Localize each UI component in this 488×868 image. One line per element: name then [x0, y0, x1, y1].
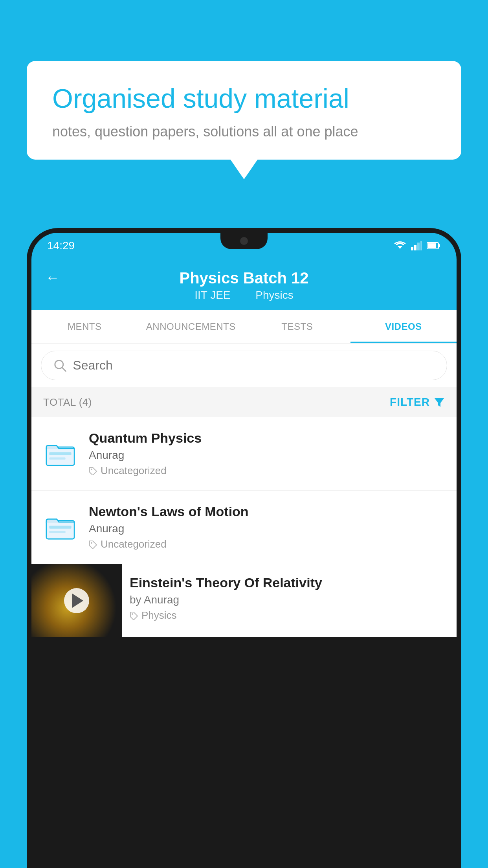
svg-marker-0	[398, 246, 402, 249]
video-tag: Uncategorized	[89, 465, 446, 477]
video-title: Newton's Laws of Motion	[89, 504, 446, 519]
svg-rect-2	[414, 245, 416, 250]
signal-icon	[411, 241, 422, 250]
video-item-quantum[interactable]: Quantum Physics Anurag Uncategorized	[31, 417, 457, 491]
phone-frame: 14:29	[27, 228, 461, 868]
tab-announcements[interactable]: ANNOUNCEMENTS	[138, 310, 244, 343]
phone-screen: 14:29	[31, 233, 457, 868]
screen-content: TOTAL (4) FILTER	[31, 344, 457, 637]
thumb-background	[31, 564, 122, 637]
video-info-newton: Newton's Laws of Motion Anurag Uncategor…	[89, 504, 446, 550]
wifi-icon	[394, 241, 406, 250]
folder-svg	[46, 440, 75, 467]
tab-tests[interactable]: TESTS	[244, 310, 350, 343]
video-thumbnail-einstein	[31, 564, 122, 637]
play-triangle-icon	[72, 594, 83, 608]
video-tag: Uncategorized	[89, 538, 446, 550]
video-title: Quantum Physics	[89, 430, 446, 446]
status-bar: 14:29	[31, 233, 457, 258]
camera	[240, 237, 248, 245]
search-icon	[54, 359, 66, 372]
svg-line-9	[62, 368, 66, 371]
filter-button[interactable]: FILTER	[390, 396, 445, 408]
subtitle-physics: Physics	[255, 289, 293, 301]
video-tag: Physics	[130, 609, 449, 622]
video-item-newton[interactable]: Newton's Laws of Motion Anurag Uncategor…	[31, 491, 457, 564]
tab-ments[interactable]: MENTS	[31, 310, 138, 343]
back-button[interactable]: ←	[46, 269, 60, 286]
svg-rect-13	[49, 457, 65, 460]
tag-icon	[130, 611, 138, 620]
svg-rect-12	[49, 452, 71, 455]
notch	[220, 233, 268, 249]
svg-point-8	[55, 360, 63, 368]
video-list: Quantum Physics Anurag Uncategorized	[31, 417, 457, 637]
svg-rect-4	[420, 241, 422, 250]
video-title: Einstein's Theory Of Relativity	[130, 575, 449, 590]
speech-bubble-card: Organised study material notes, question…	[27, 61, 461, 160]
video-author: Anurag	[89, 449, 446, 462]
svg-point-19	[132, 613, 133, 615]
video-item-einstein[interactable]: Einstein's Theory Of Relativity by Anura…	[31, 564, 457, 637]
filter-icon	[434, 397, 445, 408]
status-icons	[394, 241, 441, 250]
search-bar[interactable]	[41, 351, 447, 380]
svg-rect-6	[427, 243, 436, 248]
status-time: 14:29	[47, 239, 75, 252]
folder-svg-newton	[46, 514, 75, 541]
speech-bubble-subtitle: notes, question papers, solutions all at…	[52, 123, 436, 140]
tag-icon	[89, 540, 97, 549]
folder-icon-newton	[42, 509, 78, 545]
filter-row: TOTAL (4) FILTER	[31, 387, 457, 417]
svg-rect-3	[417, 243, 420, 250]
search-bar-container	[31, 344, 457, 387]
play-button[interactable]	[64, 588, 89, 613]
svg-rect-1	[411, 247, 413, 250]
svg-rect-16	[49, 526, 71, 529]
video-author: by Anurag	[130, 594, 449, 606]
svg-point-18	[91, 542, 92, 544]
video-info-quantum: Quantum Physics Anurag Uncategorized	[89, 430, 446, 477]
svg-rect-7	[438, 244, 440, 247]
tab-videos[interactable]: VIDEOS	[350, 310, 457, 343]
svg-rect-15	[46, 520, 74, 539]
search-input[interactable]	[73, 358, 434, 373]
page-title: Physics Batch 12	[179, 269, 308, 287]
total-count: TOTAL (4)	[43, 396, 92, 408]
subtitle-iit: IIT JEE	[194, 289, 230, 301]
tabs-bar: MENTS ANNOUNCEMENTS TESTS VIDEOS	[31, 310, 457, 344]
video-info-einstein: Einstein's Theory Of Relativity by Anura…	[122, 564, 457, 629]
speech-bubble-title: Organised study material	[52, 83, 436, 115]
svg-rect-17	[49, 531, 65, 533]
svg-rect-11	[46, 447, 74, 465]
video-author: Anurag	[89, 522, 446, 535]
app-header: ← Physics Batch 12 IIT JEE Physics	[31, 258, 457, 310]
page-subtitle: IIT JEE Physics	[189, 289, 299, 302]
speech-bubble: Organised study material notes, question…	[27, 61, 461, 160]
svg-marker-10	[435, 398, 444, 407]
tag-icon	[89, 467, 97, 475]
folder-icon-quantum	[42, 436, 78, 471]
battery-icon	[427, 241, 441, 250]
svg-point-14	[91, 469, 92, 470]
